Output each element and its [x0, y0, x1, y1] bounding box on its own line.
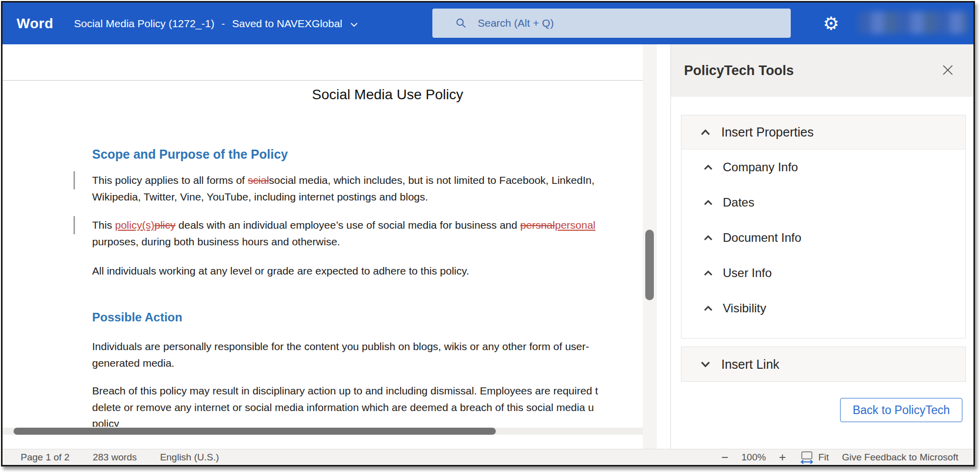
accordion-user-info[interactable]: User Info: [682, 255, 965, 291]
doc-title: Social Media Use Policy: [92, 87, 670, 103]
fit-to-width-button[interactable]: Fit: [799, 451, 829, 464]
give-feedback-link[interactable]: Give Feedback to Microsoft: [842, 452, 958, 463]
title-separator: -: [221, 18, 225, 30]
paragraph-line: This policy(s)plicy deals with an indivi…: [92, 217, 595, 233]
accordion-label: Document Info: [723, 231, 801, 245]
tracked-deletion: persnal: [520, 219, 555, 231]
page-top-border: [3, 80, 643, 81]
insert-properties-group: Insert Properties Company Info Dates Doc…: [681, 115, 966, 339]
close-icon[interactable]: [939, 61, 956, 79]
accordion-label: Dates: [723, 195, 755, 210]
body-text: This: [92, 219, 115, 231]
doc-heading-possible-action: Possible Action: [92, 310, 182, 324]
accordion-label: Company Info: [723, 160, 798, 174]
clipped-line-wrapper: policy: [3, 415, 643, 427]
panel-title: PolicyTech Tools: [684, 44, 794, 97]
page-count[interactable]: Page 1 of 2: [21, 452, 69, 463]
accordion-company-info[interactable]: Company Info: [682, 150, 965, 185]
tracked-insertion: policy(s): [115, 219, 155, 231]
paragraph-line: Wikipedia, Twitter, Vine, YouTube, inclu…: [92, 188, 428, 205]
insert-link-group: Insert Link: [681, 347, 966, 382]
zoom-level[interactable]: 100%: [741, 452, 766, 463]
document-title: Social Media Policy (1272_-1): [74, 18, 214, 30]
fit-label: Fit: [818, 452, 829, 463]
body-text: This policy applies to all forms of: [92, 174, 248, 186]
back-to-policytech-button[interactable]: Back to PolicyTech: [840, 398, 962, 422]
search-bar[interactable]: [432, 9, 791, 38]
document-title-bar[interactable]: Social Media Policy (1272_-1) - Saved to…: [74, 3, 358, 44]
chevron-up-icon: [701, 129, 710, 136]
paragraph-line: purposes, during both business hours and…: [92, 233, 340, 250]
search-icon: [456, 18, 467, 29]
accordion-label: User Info: [723, 266, 772, 280]
body-text: social media, which includes, but is not…: [269, 174, 594, 186]
accordion-visibility[interactable]: Visibility: [682, 291, 965, 326]
insert-properties-body: Company Info Dates Document Info User In…: [682, 150, 965, 338]
paragraph-line: delete or remove any internet or social …: [92, 399, 594, 416]
tracked-insertion: personal: [555, 219, 595, 231]
paragraph-line: policy: [92, 415, 643, 427]
accordion-label: Insert Properties: [721, 125, 813, 140]
status-left-group: Page 1 of 2 283 words English (U.S.): [21, 449, 219, 465]
language-selector[interactable]: English (U.S.): [160, 452, 219, 463]
chevron-down-icon[interactable]: [350, 22, 358, 27]
paragraph-line: Individuals are personally responsible f…: [92, 338, 589, 355]
saved-status: Saved to NAVEXGlobal: [232, 18, 342, 30]
panel-header: PolicyTech Tools: [671, 44, 973, 97]
chevron-up-icon: [704, 235, 713, 241]
tracked-deletion: scial: [248, 174, 269, 186]
word-count[interactable]: 283 words: [93, 452, 137, 463]
document-canvas[interactable]: Social Media Use Policy Scope and Purpos…: [3, 44, 670, 449]
tracked-change-bar: [73, 171, 75, 189]
chevron-up-icon: [704, 271, 713, 276]
accordion-insert-link[interactable]: Insert Link: [682, 347, 965, 381]
chevron-up-icon: [704, 200, 713, 206]
policytech-tools-panel: PolicyTech Tools Insert Properties Compa…: [670, 44, 973, 449]
paragraph-line: All individuals working at any level or …: [92, 262, 469, 279]
search-input[interactable]: [478, 17, 760, 29]
word-online-window: Word Social Media Policy (1272_-1) - Sav…: [1, 1, 975, 466]
chevron-down-icon: [701, 361, 710, 367]
status-bar: Page 1 of 2 283 words English (U.S.) − 1…: [3, 449, 973, 465]
accordion-insert-properties[interactable]: Insert Properties: [682, 115, 965, 150]
settings-gear-icon[interactable]: ⚙: [823, 3, 839, 44]
chevron-up-icon: [704, 306, 713, 311]
accordion-label: Visibility: [723, 301, 766, 315]
paragraph-line: This policy applies to all forms of scia…: [92, 172, 594, 188]
chevron-up-icon: [704, 165, 713, 170]
accordion-document-info[interactable]: Document Info: [682, 220, 965, 255]
paragraph-line: generated media.: [92, 355, 174, 371]
zoom-in-button[interactable]: +: [779, 451, 786, 463]
status-right-group: − 100% + Fit Give Feedback to Microsoft: [721, 449, 958, 465]
user-account-name-redacted[interactable]: [858, 12, 968, 34]
paragraph-line: Breach of this policy may result in disc…: [92, 382, 598, 399]
doc-heading-scope: Scope and Purpose of the Policy: [92, 147, 288, 162]
tracked-deletion: plicy: [155, 219, 176, 231]
fit-icon: [799, 451, 814, 464]
zoom-out-button[interactable]: −: [721, 451, 728, 463]
vertical-scrollbar-thumb[interactable]: [645, 230, 654, 300]
body-text: deals with an individual employee’s use …: [176, 219, 520, 231]
app-header: Word Social Media Policy (1272_-1) - Sav…: [3, 3, 973, 44]
accordion-label: Insert Link: [721, 357, 779, 372]
word-logo[interactable]: Word: [17, 3, 53, 44]
tracked-change-bar: [73, 216, 75, 234]
accordion-dates[interactable]: Dates: [682, 185, 965, 220]
horizontal-scrollbar-thumb[interactable]: [14, 428, 496, 435]
